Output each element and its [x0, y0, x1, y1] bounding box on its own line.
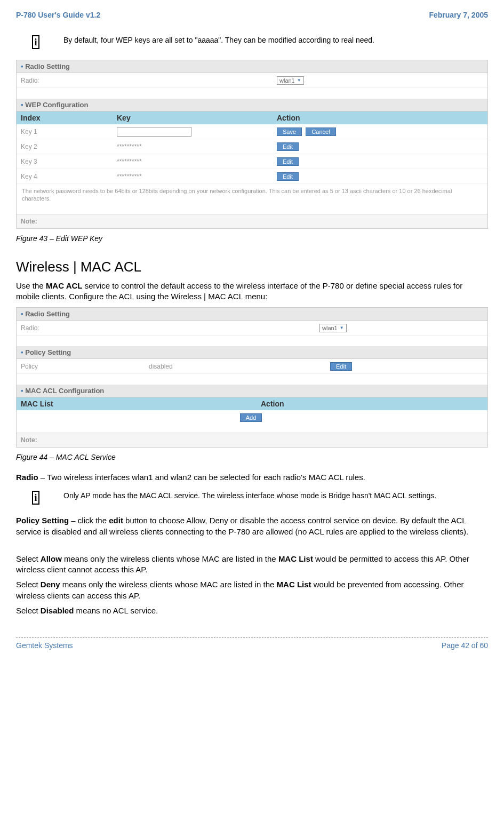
col-action: Action	[277, 114, 483, 122]
col-action: Action	[261, 400, 483, 408]
save-button[interactable]: Save	[277, 127, 302, 136]
wep-config-header: WEP Configuration	[17, 99, 487, 111]
disabled-description: Select Disabled means no ACL service.	[16, 605, 488, 616]
policy-row: Policy disabled Edit	[17, 359, 487, 374]
radio-label: Radio:	[21, 324, 319, 332]
guide-date: February 7, 2005	[429, 11, 488, 19]
wep-footnote: The network password needs to be 64bits …	[17, 184, 487, 206]
key-label: Key 1	[21, 128, 117, 135]
info-note-acl: i Only AP mode has the MAC ACL service. …	[32, 491, 488, 505]
info-note-wep: i By default, four WEP keys are all set …	[32, 35, 488, 49]
info-icon: i	[32, 491, 39, 505]
radio-description: Radio – Two wireless interfaces wlan1 an…	[16, 472, 488, 483]
wep-config-panel: Radio Setting Radio: wlan1 WEP Configura…	[16, 60, 488, 229]
page-header: P-780 User's Guide v1.2 February 7, 2005	[16, 11, 488, 19]
radio-setting-header: Radio Setting	[17, 308, 487, 321]
policy-label: Policy	[21, 363, 149, 370]
policy-value: disabled	[149, 363, 330, 370]
policy-setting-header: Policy Setting	[17, 346, 487, 359]
col-maclist: MAC List	[21, 400, 261, 408]
col-index: Index	[21, 114, 117, 122]
radio-setting-header: Radio Setting	[17, 60, 487, 73]
policy-description: Policy Setting – click the edit button t…	[16, 515, 488, 537]
figure-44-caption: Figure 44 – MAC ACL Service	[16, 453, 488, 461]
key-value: **********	[117, 173, 277, 180]
edit-button[interactable]: Edit	[277, 142, 299, 151]
figure-43-caption: Figure 43 – Edit WEP Key	[16, 234, 488, 243]
info-icon: i	[32, 35, 39, 49]
key-label: Key 2	[21, 143, 117, 150]
add-row: Add	[17, 410, 487, 425]
cancel-button[interactable]: Cancel	[306, 127, 335, 136]
wep-key-row: Key 3 ********** Edit	[17, 154, 487, 169]
edit-button[interactable]: Edit	[277, 172, 299, 181]
col-key: Key	[117, 114, 277, 122]
key-input[interactable]	[117, 127, 191, 137]
guide-title: P-780 User's Guide v1.2	[16, 11, 100, 19]
radio-select[interactable]: wlan1	[277, 76, 304, 85]
note-text: Only AP mode has the MAC ACL service. Th…	[63, 491, 436, 501]
add-button[interactable]: Add	[240, 413, 262, 422]
key-label: Key 3	[21, 158, 117, 165]
footer-company: Gemtek Systems	[16, 641, 73, 650]
radio-label: Radio:	[21, 77, 117, 84]
intro-text: Use the MAC ACL service to control the d…	[16, 281, 488, 302]
radio-row: Radio: wlan1	[17, 321, 487, 336]
key-value: **********	[117, 143, 277, 150]
radio-row: Radio: wlan1	[17, 73, 487, 88]
wep-key-row: Key 1 Save Cancel	[17, 124, 487, 139]
wep-key-row: Key 4 ********** Edit	[17, 169, 487, 184]
page-footer: Gemtek Systems Page 42 of 60	[16, 637, 488, 650]
note-text: By default, four WEP keys are all set to…	[63, 35, 374, 46]
key-label: Key 4	[21, 173, 117, 180]
mac-acl-config-header: MAC ACL Configuration	[17, 385, 487, 397]
deny-description: Select Deny means only the wireless clie…	[16, 579, 488, 601]
mac-acl-panel: Radio Setting Radio: wlan1 Policy Settin…	[16, 307, 488, 448]
note-label: Note:	[17, 433, 487, 447]
allow-description: Select Allow means only the wireless cli…	[16, 554, 488, 576]
edit-button[interactable]: Edit	[330, 362, 352, 371]
footer-page: Page 42 of 60	[442, 641, 488, 650]
section-heading: Wireless | MAC ACL	[16, 259, 488, 275]
note-label: Note:	[17, 214, 487, 228]
macl-table-header: MAC List Action	[17, 397, 487, 410]
edit-button[interactable]: Edit	[277, 157, 299, 166]
radio-select[interactable]: wlan1	[319, 324, 347, 332]
key-value: **********	[117, 158, 277, 165]
wep-table-header: Index Key Action	[17, 111, 487, 124]
wep-key-row: Key 2 ********** Edit	[17, 139, 487, 154]
